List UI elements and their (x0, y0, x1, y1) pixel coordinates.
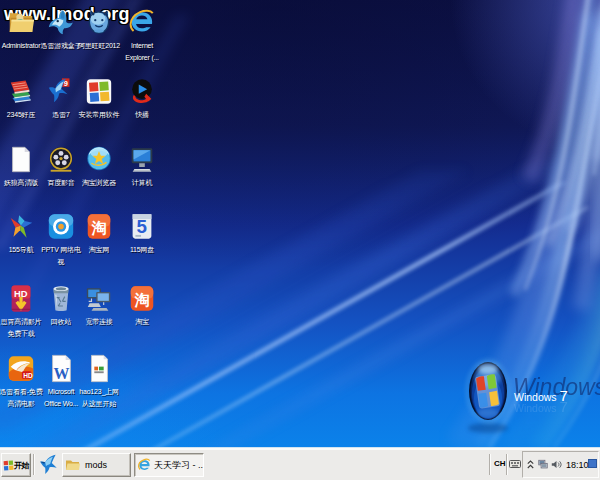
svg-text:HD: HD (23, 372, 33, 379)
svg-text:淘: 淘 (134, 291, 150, 308)
svg-text:5: 5 (136, 216, 146, 237)
svg-text:淘: 淘 (91, 219, 107, 236)
svg-text:W: W (54, 365, 70, 382)
